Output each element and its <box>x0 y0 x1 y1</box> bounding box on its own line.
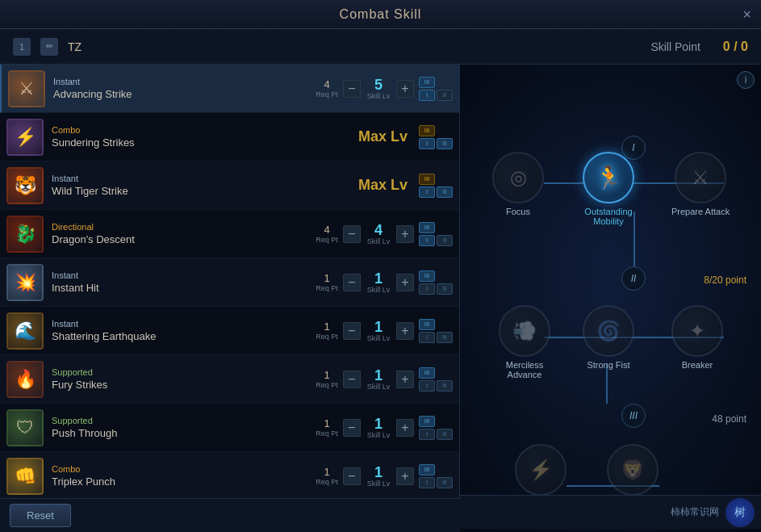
tab-name: TZ <box>68 40 82 53</box>
minus-button-shattering-earthquake[interactable]: − <box>343 322 361 340</box>
skill-row-fury-strikes[interactable]: 🔥Supported Fury Strikes1 Req Pt−1 Skill … <box>0 355 459 404</box>
skill-lv-label-advancing-strike: Skill Lv <box>367 92 391 100</box>
roman-badges-instant-hit: IIIIII <box>419 270 453 295</box>
roman-badge-top-sundering-strikes[interactable]: III <box>419 125 435 136</box>
plus-button-fury-strikes[interactable]: + <box>396 371 414 388</box>
skill-lv-val-shattering-earthquake: 1 <box>374 320 383 334</box>
roman-badge-top-triplex-punch[interactable]: III <box>419 464 435 475</box>
skill-lv-group-advancing-strike: 5 Skill Lv <box>361 77 396 100</box>
roman-badges-bottom-fury-strikes: III <box>419 380 453 392</box>
roman-badge-top-push-through[interactable]: III <box>419 416 435 427</box>
roman-badges-bottom-wild-tiger-strike: III <box>419 186 453 198</box>
minus-button-dragons-descent[interactable]: − <box>343 225 361 243</box>
req-pt-group-advancing-strike: 4 Req Pt <box>316 78 338 98</box>
minus-button-fury-strikes[interactable]: − <box>343 371 361 388</box>
skill-row-triplex-punch[interactable]: 👊Combo Triplex Punch1 Req Pt−1 Skill Lv+… <box>0 452 459 501</box>
skill-info-triplex-punch: Combo Triplex Punch <box>52 464 316 488</box>
tree-node-prepare-attack[interactable]: ⚔Prepare Attack <box>671 152 730 216</box>
roman-badge-bottom-0-push-through[interactable]: I <box>419 429 435 440</box>
skill-tree-panel: i I II <box>460 65 761 532</box>
minus-button-triplex-punch[interactable]: − <box>343 467 361 485</box>
req-pt-label-advancing-strike: Req Pt <box>316 90 338 98</box>
roman-badge-top-dragons-descent[interactable]: III <box>419 222 435 233</box>
tree-node-icon-strong-fist[interactable]: 🌀 <box>583 305 634 357</box>
skill-lv-val-push-through: 1 <box>374 417 383 431</box>
req-pt-val-shattering-earthquake: 1 <box>324 320 329 333</box>
reset-button[interactable]: Reset <box>10 504 71 527</box>
roman-badge-bottom-1-fury-strikes[interactable]: II <box>437 380 453 392</box>
roman-badge-top-instant-hit[interactable]: III <box>419 270 435 282</box>
roman-badge-bottom-0-advancing-strike[interactable]: I <box>419 90 435 101</box>
roman-badge-bottom-0-dragons-descent[interactable]: I <box>419 235 435 246</box>
roman-badge-top-fury-strikes[interactable]: III <box>419 367 435 379</box>
minus-button-advancing-strike[interactable]: − <box>343 80 361 98</box>
tree-node-outstanding-mobility[interactable]: 🏃Outstanding Mobility <box>583 152 634 226</box>
roman-badge-bottom-1-dragons-descent[interactable]: II <box>437 235 453 246</box>
plus-button-triplex-punch[interactable]: + <box>396 467 414 485</box>
skill-icon-shattering-earthquake: 🌊 <box>6 312 44 350</box>
roman-badge-bottom-0-triplex-punch[interactable]: I <box>419 477 435 488</box>
req-pt-label-shattering-earthquake: Req Pt <box>316 333 338 341</box>
skill-row-wild-tiger-strike[interactable]: 🐯Instant Wild Tiger StrikeMax LvIIIIII <box>0 161 459 210</box>
roman-badge-bottom-1-advancing-strike[interactable]: II <box>437 90 453 101</box>
roman-badge-bottom-1-sundering-strikes[interactable]: II <box>437 138 453 149</box>
skill-row-instant-hit[interactable]: 💥Instant Instant Hit1 Req Pt−1 Skill Lv+… <box>0 258 459 307</box>
skill-row-advancing-strike[interactable]: ⚔Instant Advancing Strike4 Req Pt−5 Skil… <box>0 65 459 113</box>
tree-node-icon-prepare-attack[interactable]: ⚔ <box>675 152 726 203</box>
skill-lv-group-fury-strikes: 1 Skill Lv <box>361 368 396 391</box>
tree-node-merciless-advance[interactable]: 💨Merciless Advance <box>492 305 557 379</box>
roman-badge-bottom-0-instant-hit[interactable]: I <box>419 283 435 295</box>
req-pt-val-dragons-descent: 4 <box>324 224 329 236</box>
roman-badge-top-wild-tiger-strike[interactable]: III <box>419 174 435 185</box>
roman-badge-bottom-1-triplex-punch[interactable]: II <box>437 477 453 488</box>
roman-badge-bottom-0-wild-tiger-strike[interactable]: I <box>419 186 435 198</box>
skill-row-sundering-strikes[interactable]: ⚡Combo Sundering StrikesMax LvIIIIII <box>0 113 459 161</box>
tree-node-strong-fist[interactable]: 🌀Strong Fist <box>583 305 634 370</box>
skill-lv-label-fury-strikes: Skill Lv <box>367 383 391 391</box>
roman-badge-bottom-1-instant-hit[interactable]: II <box>437 283 453 295</box>
tree-node-icon-merciless-advance[interactable]: 💨 <box>499 305 550 357</box>
req-pt-group-triplex-punch: 1 Req Pt <box>316 466 338 486</box>
skill-name-triplex-punch: Triplex Punch <box>52 475 316 488</box>
roman-badge-bottom-1-wild-tiger-strike[interactable]: II <box>437 186 453 198</box>
skill-row-shattering-earthquake[interactable]: 🌊Instant Shattering Earthquake1 Req Pt−1… <box>0 307 459 355</box>
watermark-text: 柿柿常识网 <box>671 505 719 519</box>
roman-badges-triplex-punch: IIIIII <box>419 464 453 488</box>
close-button[interactable]: × <box>742 6 751 23</box>
tree-node-icon-breaker[interactable]: ✦ <box>671 305 723 357</box>
tree-node-icon-blitz[interactable]: 🦁 <box>607 444 659 496</box>
skill-row-dragons-descent[interactable]: 🐉Directional Dragon's Descent4 Req Pt−4 … <box>0 210 459 258</box>
plus-button-advancing-strike[interactable]: + <box>396 80 414 98</box>
tree-node-icon-powerful-fist[interactable]: ⚡ <box>515 444 567 496</box>
minus-button-push-through[interactable]: − <box>343 419 361 437</box>
plus-button-instant-hit[interactable]: + <box>396 274 414 291</box>
minus-button-instant-hit[interactable]: − <box>343 274 361 291</box>
tree-node-icon-focus[interactable]: ◎ <box>492 152 544 203</box>
skill-controls-shattering-earthquake: 1 Req Pt−1 Skill Lv+IIIIII <box>316 319 453 343</box>
roman-badge-bottom-1-shattering-earthquake[interactable]: II <box>437 332 453 343</box>
tree-node-breaker[interactable]: ✦Breaker <box>671 305 723 370</box>
roman-badge-bottom-0-shattering-earthquake[interactable]: I <box>419 332 435 343</box>
plus-button-dragons-descent[interactable]: + <box>396 225 414 243</box>
req-pt-group-instant-hit: 1 Req Pt <box>316 272 338 292</box>
roman-badges-dragons-descent: IIIIII <box>419 222 453 246</box>
tree-node-icon-outstanding-mobility[interactable]: 🏃 <box>583 152 634 203</box>
roman-badge-bottom-1-push-through[interactable]: II <box>437 429 453 440</box>
roman-badge-bottom-0-fury-strikes[interactable]: I <box>419 380 435 392</box>
req-pt-label-fury-strikes: Req Pt <box>316 381 338 389</box>
roman-badge-top-advancing-strike[interactable]: III <box>419 77 435 88</box>
plus-button-shattering-earthquake[interactable]: + <box>396 322 414 340</box>
skill-type-triplex-punch: Combo <box>52 464 316 474</box>
roman-badge-top-shattering-earthquake[interactable]: III <box>419 319 435 330</box>
skill-lv-val-advancing-strike: 5 <box>374 77 383 92</box>
roman-badges-shattering-earthquake: IIIIII <box>419 319 453 343</box>
tree-nodes-container: ◎Focus🏃Outstanding Mobility⚔Prepare Atta… <box>460 65 761 532</box>
skill-row-push-through[interactable]: 🛡Supported Push Through1 Req Pt−1 Skill … <box>0 404 459 452</box>
roman-badges-bottom-advancing-strike: III <box>419 90 453 101</box>
skill-point-value: 0 / 0 <box>723 40 748 54</box>
skill-lv-val-triplex-punch: 1 <box>374 465 383 480</box>
skill-name-sundering-strikes: Sundering Strikes <box>52 136 352 149</box>
plus-button-push-through[interactable]: + <box>396 419 414 437</box>
tree-node-focus[interactable]: ◎Focus <box>492 152 544 216</box>
roman-badge-bottom-0-sundering-strikes[interactable]: I <box>419 138 435 149</box>
